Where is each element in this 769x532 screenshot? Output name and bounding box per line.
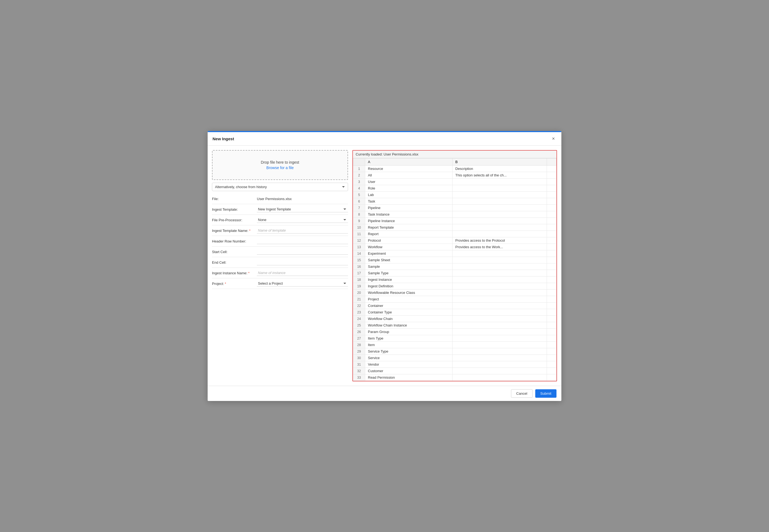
cell-c (547, 205, 556, 211)
cell-c (547, 348, 556, 355)
row-number: 2 (353, 172, 365, 179)
cell-a: Experiment (365, 250, 452, 257)
file-preprocessor-select[interactable]: None (257, 217, 348, 223)
close-button[interactable]: × (550, 135, 556, 142)
cell-b (452, 374, 547, 381)
project-row: Project: * Select a Project (212, 278, 348, 289)
table-row: 12 Protocol Provides access to the Proto… (353, 237, 556, 244)
cell-b (452, 224, 547, 231)
start-cell-row: Start Cell: A2 (212, 247, 348, 257)
history-dropdown-wrapper[interactable]: Alternatively, choose from history (212, 183, 348, 191)
row-number: 18 (353, 276, 365, 283)
cell-c (547, 166, 556, 172)
modal-title: New Ingest (213, 136, 234, 141)
cell-c (547, 244, 556, 250)
row-number: 23 (353, 309, 365, 316)
ingest-instance-name-input[interactable] (257, 270, 348, 276)
cancel-button[interactable]: Cancel (511, 389, 532, 398)
cell-a: Service (365, 355, 452, 361)
row-number: 15 (353, 257, 365, 263)
history-dropdown[interactable]: Alternatively, choose from history (212, 183, 348, 191)
cell-b (452, 205, 547, 211)
cell-b (452, 348, 547, 355)
submit-button[interactable]: Submit (535, 389, 556, 398)
table-row: 26 Param Group (353, 329, 556, 335)
cell-c (547, 198, 556, 205)
row-number: 32 (353, 368, 365, 374)
cell-a: Service Type (365, 348, 452, 355)
cell-c (547, 303, 556, 309)
ingest-template-select[interactable]: New Ingest Template (257, 206, 348, 212)
row-number: 9 (353, 218, 365, 224)
table-row: 22 Container (353, 303, 556, 309)
row-number: 3 (353, 179, 365, 185)
cell-a: Task (365, 198, 452, 205)
table-row: 3 User (353, 179, 556, 185)
cell-c (547, 257, 556, 263)
required-asterisk-2: * (248, 271, 250, 275)
cell-c (547, 309, 556, 316)
file-label: File: (212, 197, 257, 201)
table-row: 27 Item Type (353, 335, 556, 342)
row-number: 14 (353, 250, 365, 257)
cell-c (547, 211, 556, 218)
cell-b (452, 322, 547, 329)
spreadsheet-panel: Currently loaded: User Permissions.xlsx … (352, 150, 557, 381)
cell-a: Sample Type (365, 270, 452, 276)
cell-a: Item (365, 342, 452, 348)
cell-a: Lab (365, 192, 452, 198)
browse-link[interactable]: Browse for a file (267, 166, 294, 170)
table-row: 1 Resource Description (353, 166, 556, 172)
cell-c (547, 361, 556, 368)
row-number: 8 (353, 211, 365, 218)
ingest-template-name-input[interactable] (257, 228, 348, 234)
cell-b (452, 342, 547, 348)
start-cell-label: Start Cell: (212, 250, 257, 254)
start-cell-input[interactable]: A2 (257, 249, 348, 255)
cell-c (547, 218, 556, 224)
ingest-template-label: Ingest Template: (212, 207, 257, 211)
drop-zone[interactable]: Drop file here to ingest Browse for a fi… (212, 150, 348, 180)
cell-b: Description (452, 166, 547, 172)
cell-a: Report (365, 231, 452, 237)
cell-a: Customer (365, 368, 452, 374)
table-row: 30 Service (353, 355, 556, 361)
modal-body: Drop file here to ingest Browse for a fi… (208, 146, 561, 386)
cell-c (547, 224, 556, 231)
table-row: 16 Sample (353, 263, 556, 270)
spreadsheet-table-wrapper[interactable]: A B 1 Resource Description 2 All This op… (353, 158, 556, 381)
cell-b: Provides access to the Protocol (452, 237, 547, 244)
cell-b (452, 179, 547, 185)
spreadsheet-body: 1 Resource Description 2 All This option… (353, 166, 556, 381)
cell-b (452, 192, 547, 198)
cell-a: Vendor (365, 361, 452, 368)
table-row: 6 Task (353, 198, 556, 205)
cell-a: User (365, 179, 452, 185)
header-row-input[interactable]: 1 (257, 238, 348, 244)
spreadsheet-table: A B 1 Resource Description 2 All This op… (353, 158, 556, 381)
file-preprocessor-label: File Pre-Processor: (212, 218, 257, 222)
cell-a: Protocol (365, 237, 452, 244)
file-value: User Permissions.xlsx (257, 197, 348, 201)
required-asterisk-3: * (225, 282, 226, 286)
col-header-c (547, 158, 556, 166)
row-number: 4 (353, 185, 365, 192)
cell-a: Task Instance (365, 211, 452, 218)
modal: New Ingest × Drop file here to ingest Br… (208, 131, 561, 401)
modal-footer: Cancel Submit (208, 386, 561, 401)
cell-a: Sample (365, 263, 452, 270)
cell-c (547, 374, 556, 381)
required-asterisk: * (249, 229, 250, 233)
cell-c (547, 192, 556, 198)
table-row: 17 Sample Type (353, 270, 556, 276)
cell-b (452, 290, 547, 296)
cell-b (452, 296, 547, 303)
end-cell-input[interactable]: B33 (257, 259, 348, 265)
file-preprocessor-row: File Pre-Processor: None (212, 215, 348, 225)
cell-c (547, 368, 556, 374)
row-number: 7 (353, 205, 365, 211)
cell-b (452, 211, 547, 218)
cell-b (452, 250, 547, 257)
project-select[interactable]: Select a Project (257, 281, 348, 287)
row-number: 1 (353, 166, 365, 172)
